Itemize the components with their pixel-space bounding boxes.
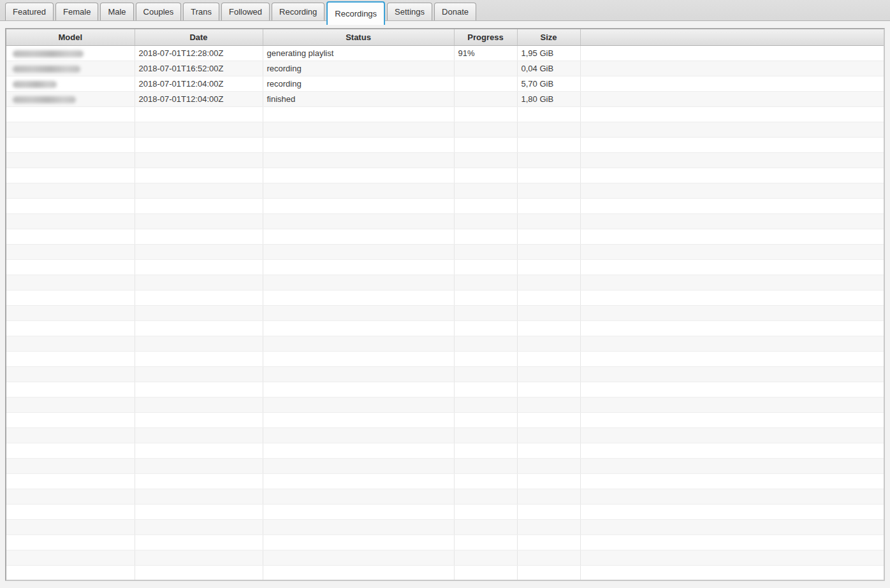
empty-cell — [517, 106, 580, 122]
empty-cell — [263, 397, 454, 412]
empty-cell — [263, 183, 454, 198]
empty-cell — [6, 366, 135, 382]
empty-cell — [263, 550, 454, 565]
empty-cell — [517, 336, 580, 351]
tab-female[interactable]: Female — [55, 3, 98, 20]
tab-featured[interactable]: Featured — [5, 3, 54, 20]
column-header-size[interactable]: Size — [517, 29, 580, 45]
empty-cell — [6, 473, 135, 489]
empty-cell — [6, 168, 135, 183]
empty-cell — [135, 427, 263, 443]
empty-row — [6, 397, 884, 412]
empty-cell — [6, 489, 135, 504]
empty-cell — [6, 412, 135, 427]
cell-model — [6, 91, 135, 106]
tab-male[interactable]: Male — [100, 3, 133, 20]
empty-cell — [263, 198, 454, 213]
empty-cell — [263, 519, 454, 534]
empty-cell — [454, 259, 517, 275]
empty-cell — [263, 534, 454, 550]
empty-cell — [6, 427, 135, 443]
empty-cell — [580, 198, 884, 213]
empty-cell — [135, 473, 263, 489]
column-header-empty[interactable] — [580, 29, 884, 45]
empty-row — [6, 534, 884, 550]
empty-cell — [263, 412, 454, 427]
tab-trans[interactable]: Trans — [183, 3, 219, 20]
empty-cell — [135, 198, 263, 213]
empty-cell — [454, 550, 517, 565]
tab-bar: Featured Female Male Couples Trans Follo… — [0, 0, 890, 21]
recording-row[interactable]: 2018-07-01T16:52:00Z recording 0,04 GiB — [6, 61, 884, 76]
empty-cell — [135, 489, 263, 504]
empty-cell — [454, 320, 517, 336]
empty-cell — [454, 489, 517, 504]
table-header: Model Date Status Progress Size — [6, 29, 884, 45]
column-header-progress[interactable]: Progress — [454, 29, 517, 45]
empty-cell — [135, 412, 263, 427]
cell-status: finished — [263, 91, 454, 106]
empty-cell — [454, 305, 517, 320]
empty-cell — [263, 489, 454, 504]
empty-cell — [135, 275, 263, 290]
empty-cell — [580, 305, 884, 320]
empty-row — [6, 229, 884, 244]
empty-cell — [580, 244, 884, 259]
column-header-date[interactable]: Date — [135, 29, 263, 45]
tab-settings[interactable]: Settings — [387, 3, 432, 20]
empty-cell — [517, 427, 580, 443]
empty-cell — [454, 473, 517, 489]
empty-cell — [454, 427, 517, 443]
empty-cell — [6, 229, 135, 244]
cell-date: 2018-07-01T12:28:00Z — [135, 45, 263, 61]
empty-cell — [454, 397, 517, 412]
empty-row — [6, 565, 884, 580]
empty-cell — [6, 443, 135, 458]
tab-couples[interactable]: Couples — [136, 3, 182, 20]
empty-row — [6, 122, 884, 137]
empty-cell — [517, 229, 580, 244]
cell-model — [6, 76, 135, 91]
empty-cell — [580, 458, 884, 473]
tab-recording[interactable]: Recording — [272, 3, 325, 20]
empty-cell — [517, 473, 580, 489]
empty-cell — [263, 275, 454, 290]
empty-cell — [263, 366, 454, 382]
empty-cell — [6, 290, 135, 305]
empty-cell — [454, 443, 517, 458]
empty-cell — [454, 290, 517, 305]
column-header-status[interactable]: Status — [263, 29, 454, 45]
empty-row — [6, 244, 884, 259]
empty-cell — [517, 412, 580, 427]
recording-row[interactable]: 2018-07-01T12:04:00Z finished 1,80 GiB — [6, 91, 884, 106]
column-header-model[interactable]: Model — [6, 29, 135, 45]
empty-cell — [263, 427, 454, 443]
empty-cell — [580, 275, 884, 290]
tab-donate[interactable]: Donate — [434, 3, 476, 20]
empty-row — [6, 198, 884, 213]
empty-cell — [454, 168, 517, 183]
recording-row[interactable]: 2018-07-01T12:28:00Z generating playlist… — [6, 45, 884, 61]
empty-cell — [263, 229, 454, 244]
empty-cell — [580, 473, 884, 489]
recording-row[interactable]: 2018-07-01T12:04:00Z recording 5,70 GiB — [6, 76, 884, 91]
tab-followed[interactable]: Followed — [221, 3, 270, 20]
empty-cell — [263, 305, 454, 320]
empty-cell — [6, 259, 135, 275]
empty-cell — [135, 213, 263, 229]
tab-recordings-active[interactable]: Recordings — [326, 1, 385, 25]
empty-cell — [517, 152, 580, 168]
empty-row — [6, 305, 884, 320]
empty-cell — [517, 366, 580, 382]
empty-cell — [454, 183, 517, 198]
cell-progress — [454, 91, 517, 106]
empty-cell — [517, 122, 580, 137]
empty-cell — [580, 366, 884, 382]
empty-cell — [517, 137, 580, 152]
empty-cell — [135, 382, 263, 397]
empty-cell — [517, 550, 580, 565]
empty-cell — [580, 351, 884, 366]
empty-cell — [135, 152, 263, 168]
empty-cell — [517, 183, 580, 198]
empty-row — [6, 290, 884, 305]
